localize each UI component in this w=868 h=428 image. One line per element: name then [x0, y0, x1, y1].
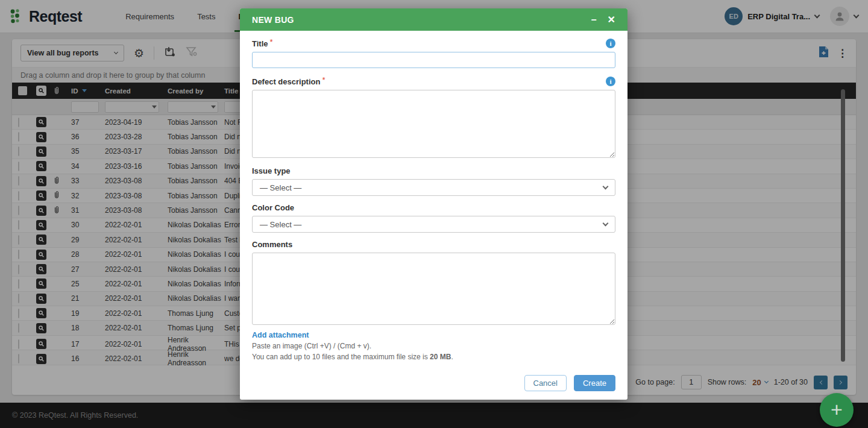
max-file-size: 20 MB [430, 353, 451, 361]
modal-body: Title * i Defect description * i Issue t… [240, 31, 627, 400]
comments-label: Comments [252, 240, 292, 249]
modal-footer: Cancel Create [252, 369, 615, 391]
required-asterisk: * [270, 37, 273, 46]
issue-type-label: Issue type [252, 166, 291, 175]
required-asterisk: * [322, 75, 325, 84]
issue-type-value: — Select — [260, 183, 301, 192]
cancel-button[interactable]: Cancel [524, 375, 567, 391]
app-window: Reqtest Requirements Tests Bugs Agile Bo… [0, 0, 868, 428]
new-bug-fab-button[interactable]: + [820, 393, 854, 427]
comments-textarea[interactable] [252, 253, 615, 325]
create-button[interactable]: Create [574, 375, 615, 391]
issue-type-select[interactable]: — Select — [252, 179, 615, 196]
color-code-value: — Select — [260, 220, 301, 229]
minimize-icon[interactable]: – [591, 15, 597, 25]
new-bug-modal: NEW BUG – ✕ Title * i Defect description… [240, 8, 627, 400]
issue-type-chevron-down-icon [603, 183, 609, 189]
plus-icon: + [831, 399, 843, 420]
modal-header: NEW BUG – ✕ [240, 8, 627, 31]
add-attachment-link[interactable]: Add attachment [252, 331, 309, 339]
close-icon[interactable]: ✕ [608, 15, 615, 25]
defect-description-label: Defect description [252, 77, 320, 86]
title-info-icon[interactable]: i [606, 39, 615, 48]
modal-title: NEW BUG [252, 15, 294, 25]
color-code-label: Color Code [252, 203, 294, 212]
defect-description-textarea[interactable] [252, 90, 615, 158]
paste-image-hint: Paste an image (Ctrl +V) / (Cmd + v). [252, 342, 615, 350]
title-input[interactable] [252, 52, 615, 68]
file-limit-hint: You can add up to 10 files and the maxim… [252, 353, 615, 361]
color-code-chevron-down-icon [603, 220, 609, 226]
color-code-select[interactable]: — Select — [252, 216, 615, 233]
title-field-label: Title [252, 39, 268, 48]
defect-description-info-icon[interactable]: i [606, 77, 615, 86]
